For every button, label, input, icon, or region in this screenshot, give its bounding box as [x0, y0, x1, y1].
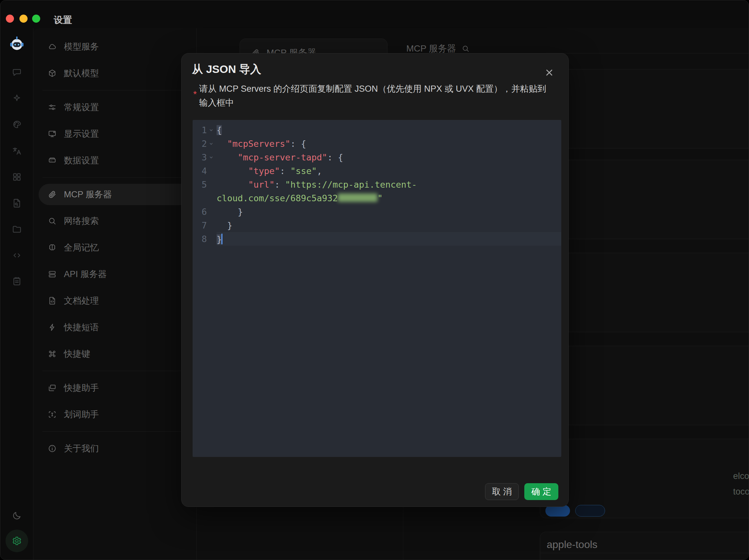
code-line: }	[217, 220, 233, 230]
sidebar-item-sliders[interactable]: 常规设置	[39, 96, 192, 118]
sidebar-item-label: 全局记忆	[64, 242, 99, 253]
moon-icon	[12, 510, 22, 521]
cancel-button[interactable]: 取 消	[485, 483, 519, 500]
server-card: elcontextprotocol/server-github NPM:toco…	[540, 439, 749, 518]
server-icon	[48, 270, 57, 279]
sidebar-item-zap[interactable]: 快捷短语	[39, 317, 192, 338]
line-number: 5	[193, 180, 207, 189]
modal-hint-line2: 输入框中	[199, 96, 556, 110]
sidebar-item-label: 快捷键	[64, 348, 90, 360]
editor-row: 3› "mcp-server-tapd": {	[193, 150, 561, 164]
server-card	[540, 253, 749, 332]
code-line: cloud.com/sse/689c5a932"	[217, 193, 383, 203]
server-description: elcontextprotocol/server-github NPM:	[733, 471, 749, 481]
code-line: "mcp-server-tapd": {	[217, 152, 343, 162]
fold-chevron-icon[interactable]: ›	[207, 126, 217, 134]
sidebar-item-command[interactable]: 快捷键	[39, 343, 192, 364]
code-line: }	[217, 234, 222, 244]
rail-translate-button[interactable]	[6, 141, 27, 161]
rail-grid-button[interactable]	[6, 166, 27, 187]
sidebar-item-server[interactable]: API 服务器	[39, 264, 192, 285]
grid-icon	[12, 172, 22, 182]
server-name: apple-tools	[547, 539, 598, 551]
monitor-icon	[48, 129, 57, 138]
sidebar-item-label: 快捷短语	[64, 321, 99, 333]
redacted-text	[338, 194, 378, 202]
fold-chevron-icon[interactable]: ›	[207, 153, 217, 161]
code-line: "url": "https://mcp-api.tencent-	[217, 180, 417, 189]
sidebar-item-label: 模型服务	[64, 41, 99, 52]
sidebar-item-cloud[interactable]: 模型服务	[39, 36, 192, 58]
rail-robot-avatar-button[interactable]	[6, 33, 27, 54]
close-window-button[interactable]	[6, 15, 14, 23]
close-icon[interactable]	[544, 67, 555, 78]
sliders-icon	[48, 103, 57, 112]
fold-chevron-icon[interactable]: ›	[207, 140, 217, 148]
nav-divider	[42, 177, 188, 178]
confirm-button[interactable]: 确 定	[524, 483, 558, 500]
minimize-window-button[interactable]	[19, 15, 27, 23]
titlebar: 设置	[0, 0, 749, 28]
sidebar-item-brain[interactable]: 全局记忆	[39, 237, 192, 258]
sidebar-item-window[interactable]: 快捷助手	[39, 377, 192, 399]
brain-icon	[48, 243, 57, 252]
rail-notebook-button[interactable]	[6, 271, 27, 292]
sidebar-item-file-code[interactable]: 文档处理	[39, 290, 192, 311]
sidebar-item-label: 默认模型	[64, 67, 99, 79]
rail-moon-button[interactable]	[6, 505, 27, 526]
notebook-icon	[12, 276, 22, 287]
settings-window: 设置 模型服务默认模型常规设置显示设置数据设置MCP 服务器网络搜索全局记忆AP…	[0, 0, 749, 560]
sparkle-icon	[12, 93, 22, 104]
server-card: apple-tools	[540, 532, 749, 560]
line-number: 1	[193, 125, 207, 135]
gear-icon	[12, 536, 22, 546]
file-search-icon	[12, 198, 22, 208]
modal-title: 从 JSON 导入	[192, 62, 261, 77]
zoom-window-button[interactable]	[32, 15, 40, 23]
rail-palette-button[interactable]	[6, 114, 27, 135]
code-line: }	[217, 207, 243, 217]
search-icon[interactable]	[462, 44, 470, 53]
settings-nav: 模型服务默认模型常规设置显示设置数据设置MCP 服务器网络搜索全局记忆API 服…	[34, 28, 197, 560]
rail-chat-button[interactable]	[6, 62, 27, 83]
sidebar-item-storage[interactable]: 数据设置	[39, 150, 192, 171]
line-number: 2	[193, 139, 207, 149]
editor-row: 5 "url": "https://mcp-api.tencent-	[193, 178, 561, 191]
sidebar-item-search[interactable]: 网络搜索	[39, 210, 192, 232]
line-number: 4	[193, 166, 207, 176]
code-line: "type": "sse",	[217, 166, 322, 176]
sidebar-item-label: 数据设置	[64, 155, 99, 166]
sidebar-item-label: API 服务器	[64, 268, 107, 280]
cloud-icon	[48, 42, 57, 51]
rail-file-search-button[interactable]	[6, 193, 27, 214]
sidebar-item-label: 关于我们	[64, 443, 99, 454]
search-icon	[48, 217, 57, 226]
nav-divider	[42, 371, 188, 371]
sidebar-item-label: 快捷助手	[64, 382, 99, 394]
sidebar-item-label: 显示设置	[64, 128, 99, 140]
icon-rail	[0, 28, 34, 560]
json-editor[interactable]: 1›{2› "mcpServers": {3› "mcp-server-tapd…	[193, 120, 561, 457]
sidebar-item-package[interactable]: 默认模型	[39, 63, 192, 84]
editor-row: 1›{	[193, 123, 561, 137]
palette-icon	[12, 119, 22, 130]
editor-row: 8}	[193, 232, 561, 246]
sidebar-item-paperclip[interactable]: MCP 服务器	[39, 184, 192, 205]
rail-gear-button[interactable]	[5, 530, 28, 552]
rail-sparkle-button[interactable]	[6, 88, 27, 109]
code-line: {	[217, 125, 222, 135]
sidebar-item-label: 文档处理	[64, 295, 99, 307]
server-card	[540, 160, 749, 239]
sidebar-item-text-select[interactable]: 划词助手	[39, 404, 192, 425]
sidebar-item-label: 常规设置	[64, 102, 99, 113]
rail-code-button[interactable]	[6, 245, 27, 266]
code-line: "mcpServers": {	[217, 139, 306, 149]
sidebar-item-info[interactable]: 关于我们	[39, 438, 192, 459]
sidebar-item-label: 网络搜索	[64, 215, 99, 227]
rail-folder-button[interactable]	[6, 219, 27, 240]
package-icon	[48, 69, 57, 78]
storage-icon	[48, 156, 57, 165]
sidebar-item-monitor[interactable]: 显示设置	[39, 123, 192, 144]
import-json-modal: 从 JSON 导入 * 请从 MCP Servers 的介绍页面复制配置 JSO…	[181, 53, 569, 507]
line-number: 7	[193, 220, 207, 230]
